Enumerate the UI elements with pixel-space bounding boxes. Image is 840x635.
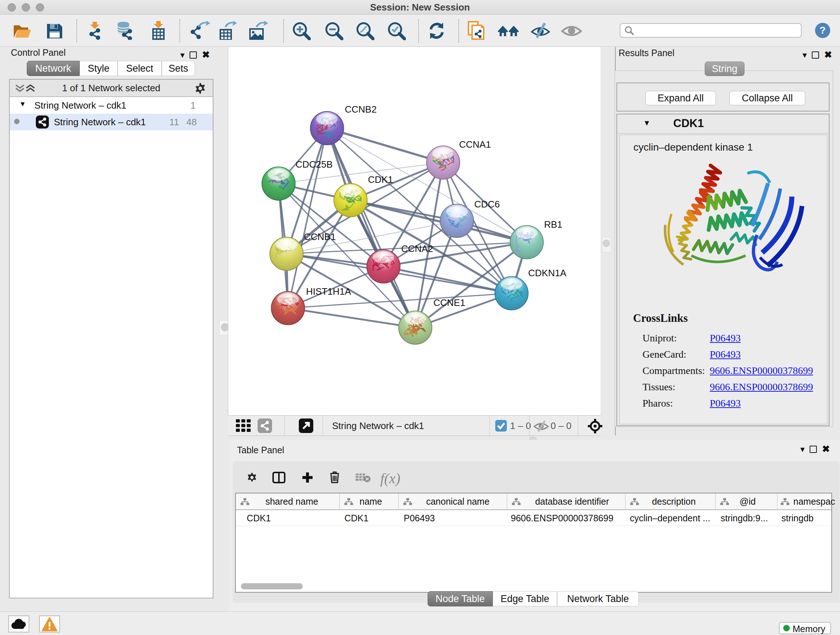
svg-text:CDC6: CDC6: [474, 199, 500, 210]
svg-text:CCNA2: CCNA2: [401, 243, 433, 254]
svg-text:CCNB2: CCNB2: [345, 104, 377, 115]
svg-text:HIST1H1A: HIST1H1A: [306, 286, 351, 297]
svg-text:CDK1: CDK1: [368, 174, 393, 185]
svg-text:CDC25B: CDC25B: [295, 159, 333, 170]
svg-text:?: ?: [819, 25, 826, 36]
svg-text:CCNB1: CCNB1: [304, 231, 336, 242]
svg-text:CDKN1A: CDKN1A: [528, 268, 567, 279]
svg-text:RB1: RB1: [544, 219, 562, 230]
svg-text:CCNA1: CCNA1: [459, 139, 491, 150]
svg-text:CCNE1: CCNE1: [433, 297, 465, 308]
